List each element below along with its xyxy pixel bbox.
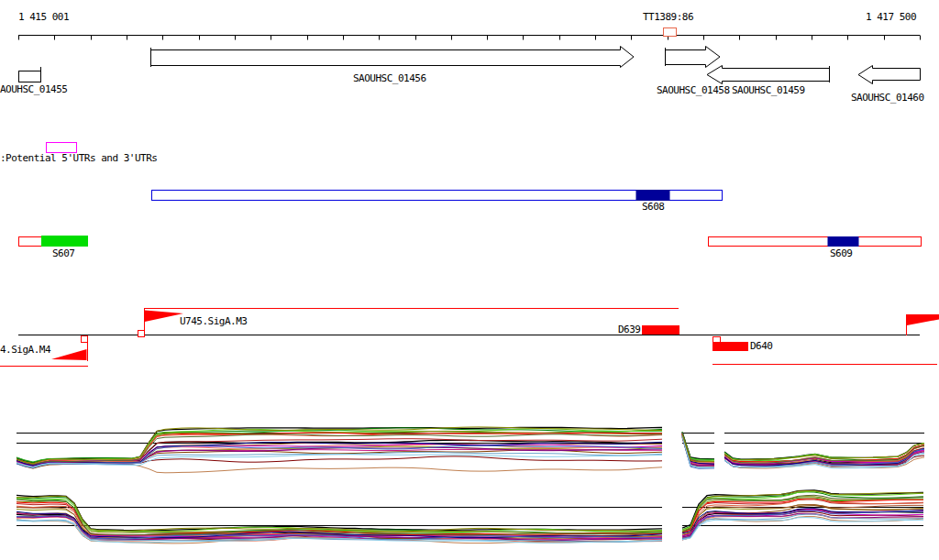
terminator-marker-tt1389[interactable]	[664, 28, 677, 37]
gene-label-01459: SAOUHSC_01459	[732, 85, 805, 95]
gene-label-01458: SAOUHSC_01458	[657, 85, 730, 95]
gene-saouhsc-01455[interactable]	[19, 67, 41, 82]
signal-d639[interactable]	[642, 325, 679, 335]
segment-s609[interactable]	[709, 237, 922, 247]
coverage-series	[17, 499, 662, 533]
segment-label-s608: S608	[642, 202, 665, 212]
ruler-end-coordinate: 1 417 500	[866, 12, 916, 22]
segment-label-s607: S607	[52, 248, 75, 258]
coverage-series	[724, 445, 924, 460]
terminator-marker-label: TT1389:86	[643, 12, 693, 22]
coverage-series	[724, 444, 924, 460]
signal-label-siga-m4: 4.SigA.M4	[0, 345, 50, 355]
coverage-series	[682, 518, 923, 540]
gene-track	[19, 47, 921, 84]
signal-d640[interactable]	[713, 337, 937, 365]
segment-s607[interactable]	[19, 236, 89, 247]
ruler-ticks	[19, 36, 921, 40]
signal-label-u745: U745.SigA.M3	[180, 316, 247, 326]
gene-label-01455: AOUHSC_01455	[0, 84, 67, 94]
segment-s608[interactable]	[152, 191, 723, 201]
coverage-plot-forward	[17, 427, 924, 473]
ruler	[18, 28, 921, 40]
gene-saouhsc-01460[interactable]	[858, 66, 921, 84]
flag-right-edge[interactable]	[907, 314, 939, 335]
signal-label-d639: D639	[618, 324, 641, 335]
signal-track	[0, 308, 939, 367]
coverage-series	[17, 496, 662, 532]
gene-label-01460: SAOUHSC_01460	[851, 93, 924, 103]
utr-legend-box[interactable]	[47, 143, 77, 153]
segment-track	[19, 191, 922, 247]
genome-browser-view: 1 415 001 TT1389:86 1 417 500 AOUHSC_014…	[0, 0, 939, 560]
gene-saouhsc-01456[interactable]	[151, 47, 635, 68]
segment-label-s609: S609	[830, 248, 853, 258]
gene-saouhsc-01459[interactable]	[707, 66, 830, 84]
coverage-series	[682, 433, 714, 462]
ruler-start-coordinate: 1 415 001	[18, 12, 69, 22]
gene-saouhsc-01458[interactable]	[666, 47, 721, 68]
coverage-series	[17, 495, 662, 530]
signal-label-d640: D640	[750, 341, 773, 351]
coverage-plot-reverse	[17, 490, 923, 544]
gene-label-01456: SAOUHSC_01456	[353, 73, 426, 83]
utr-track-label: :Potential 5'UTRs and 3'UTRs	[0, 153, 157, 163]
